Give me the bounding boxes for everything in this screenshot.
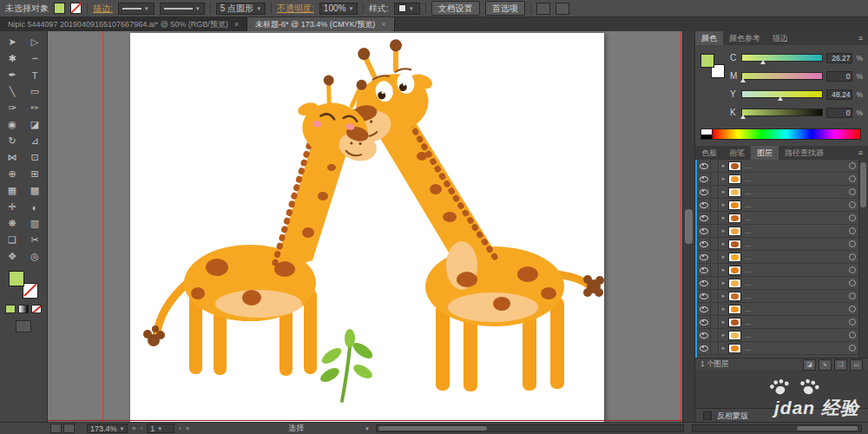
tool-rotate[interactable]: ↻ (1, 133, 23, 149)
next-artboard-icon[interactable]: › (179, 424, 181, 432)
tool-blob-brush[interactable]: ◉ (1, 116, 23, 133)
tab-swatches[interactable]: 色板 (695, 146, 723, 160)
lock-toggle[interactable] (711, 277, 719, 289)
yellow-slider[interactable] (741, 90, 823, 98)
yellow-value-field[interactable]: 48.24 (826, 89, 852, 100)
target-circle-icon[interactable] (849, 201, 856, 208)
visibility-eye-icon[interactable] (697, 225, 711, 237)
layer-name[interactable]: … (741, 345, 849, 352)
tab-color-guide[interactable]: 颜色参考 (723, 31, 766, 45)
panel-menu-icon[interactable]: ≡ (853, 148, 868, 157)
tool-perspective-grid[interactable]: ⊞ (23, 166, 46, 182)
expand-arrow-icon[interactable]: ▸ (719, 240, 728, 247)
color-mode-button[interactable] (5, 305, 16, 313)
tab-pathfinder[interactable]: 路径查找器 (779, 146, 830, 160)
layer-row[interactable]: ▸… (697, 264, 868, 277)
visibility-eye-icon[interactable] (697, 160, 711, 172)
tool-width[interactable]: ⋈ (1, 149, 23, 166)
layer-name[interactable]: … (741, 214, 849, 222)
layer-row[interactable]: ▸… (697, 290, 868, 303)
opacity-dropdown[interactable]: 100%▼ (319, 3, 358, 15)
prev-artboard-icon[interactable]: ‹ (140, 424, 142, 432)
fill-stroke-indicator[interactable] (9, 271, 38, 299)
tool-direct-selection[interactable]: ▷ (23, 34, 46, 50)
layer-name[interactable]: … (741, 332, 849, 339)
black-value-field[interactable]: 0 (826, 108, 852, 118)
preferences-button[interactable]: 首选项 (485, 1, 525, 16)
canvas-vertical-scroll-thumb[interactable] (685, 209, 693, 244)
canvas-vertical-scrollbar[interactable] (682, 31, 694, 423)
visibility-eye-icon[interactable] (697, 264, 711, 276)
layer-row[interactable]: ▸… (697, 225, 868, 238)
black-slider-handle[interactable] (740, 115, 746, 119)
layer-row[interactable]: ▸… (697, 199, 868, 212)
layer-row[interactable]: ▸… (697, 277, 868, 290)
tool-line-segment[interactable]: ╲ (1, 83, 23, 100)
target-circle-icon[interactable] (849, 306, 856, 312)
lock-toggle[interactable] (711, 225, 719, 237)
tool-type[interactable]: T (23, 67, 46, 83)
visibility-eye-icon[interactable] (697, 212, 711, 224)
tool-eraser[interactable]: ◪ (23, 116, 46, 133)
status-grid-icon-2[interactable] (63, 424, 75, 433)
layer-row[interactable]: ▸… (697, 316, 868, 329)
none-mode-button[interactable] (31, 305, 42, 313)
tool-lasso[interactable]: ∽ (23, 50, 46, 67)
expand-arrow-icon[interactable]: ▸ (719, 279, 728, 286)
expand-arrow-icon[interactable]: ▸ (719, 306, 728, 312)
make-clip-mask-button[interactable]: ◪ (803, 359, 816, 371)
layer-name[interactable]: … (741, 279, 849, 287)
visibility-eye-icon[interactable] (697, 186, 711, 198)
align-panel-icon[interactable] (536, 3, 550, 15)
tab-doc2[interactable]: 未标题-6* @ 173.4% (CMYK/预览) × (247, 17, 394, 31)
tab-doc1-close-icon[interactable]: × (234, 20, 239, 29)
black-white-swatches[interactable] (700, 128, 712, 140)
target-circle-icon[interactable] (849, 266, 856, 273)
expand-arrow-icon[interactable]: ▸ (719, 319, 728, 326)
target-circle-icon[interactable] (849, 188, 856, 195)
stroke-color-swatch[interactable] (70, 3, 82, 14)
tool-pencil[interactable]: ✏ (23, 100, 46, 116)
layers-scroll-thumb[interactable] (860, 162, 866, 207)
target-circle-icon[interactable] (849, 293, 856, 299)
lock-toggle[interactable] (711, 160, 719, 172)
layer-row[interactable]: ▸… (697, 212, 868, 225)
new-sublayer-button[interactable]: ↳ (819, 359, 832, 371)
tool-gradient[interactable]: ▩ (23, 182, 46, 199)
fill-indicator-swatch[interactable] (9, 271, 24, 286)
tool-paintbrush[interactable]: ✑ (1, 100, 23, 116)
layer-row[interactable]: ▸… (697, 160, 868, 173)
workspace-icon[interactable] (556, 3, 569, 15)
target-circle-icon[interactable] (849, 345, 856, 352)
visibility-eye-icon[interactable] (697, 238, 711, 250)
gradient-mode-button[interactable] (18, 305, 29, 313)
tool-zoom[interactable]: ◎ (23, 248, 46, 265)
zoom-dropdown[interactable]: 173.4% ▼ (87, 424, 128, 433)
stroke-panel-link[interactable]: 描边: (93, 3, 113, 15)
expand-arrow-icon[interactable]: ▸ (719, 266, 728, 273)
canvas-horizontal-scroll-thumb[interactable] (378, 426, 487, 431)
tab-stroke[interactable]: 描边 (766, 31, 794, 45)
lock-toggle[interactable] (711, 329, 719, 341)
first-artboard-icon[interactable]: « (132, 424, 135, 432)
layer-name[interactable]: … (741, 188, 849, 196)
lock-toggle[interactable] (711, 316, 719, 328)
tool-mesh[interactable]: ▦ (1, 182, 23, 199)
lock-toggle[interactable] (711, 264, 719, 276)
layer-row[interactable]: ▸… (697, 329, 868, 342)
layer-row[interactable]: ▸… (697, 251, 868, 264)
panel-menu-icon[interactable]: ≡ (853, 34, 868, 43)
guide-horizontal-bottom[interactable] (48, 420, 683, 421)
visibility-eye-icon[interactable] (697, 342, 711, 354)
expand-arrow-icon[interactable]: ▸ (719, 201, 728, 208)
artboard-number-dropdown[interactable]: 1 ▼ (147, 424, 174, 433)
target-circle-icon[interactable] (849, 279, 856, 286)
layer-name[interactable]: … (741, 266, 849, 274)
layer-name[interactable]: … (741, 253, 849, 261)
target-circle-icon[interactable] (849, 253, 856, 260)
tool-blend[interactable]: ◐ (23, 199, 46, 215)
target-circle-icon[interactable] (849, 332, 856, 339)
canvas-area[interactable] (48, 31, 694, 423)
tab-layers[interactable]: 图层 (751, 146, 779, 160)
tab-doc2-close-icon[interactable]: × (381, 20, 385, 29)
